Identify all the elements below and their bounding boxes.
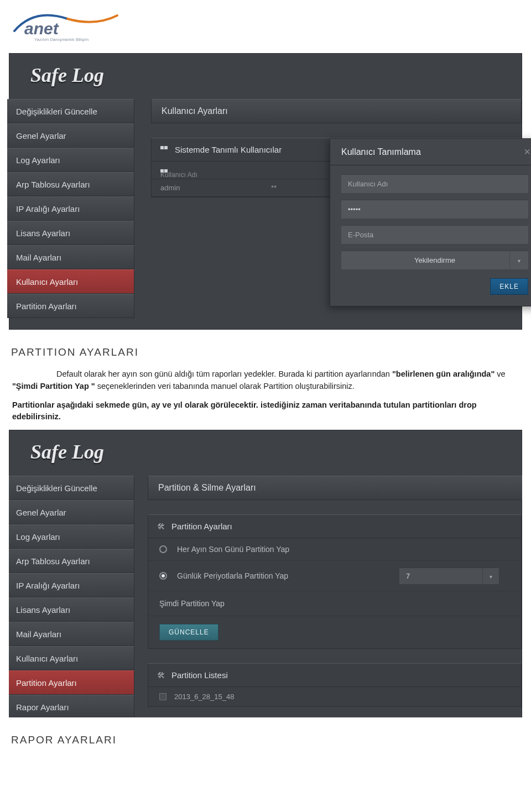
doc-paragraph: Default olarak her ayın son günü aldığı … [12,368,519,393]
app-title: Safe Log [30,441,104,463]
sidebar-item-users[interactable]: Kullanıcı Ayarları [9,646,134,670]
section-heading-partition: PARTITION AYARLARI [11,346,522,358]
radio-icon[interactable] [159,545,167,553]
app-screenshot-partition-settings: Safe Log Değişiklikleri Güncelle Genel A… [9,430,522,717]
brand-logo: anet Yazılım Danışmanlık Bilişim [9,7,522,53]
modal-title: Kullanıcı Tanımlama [341,147,421,157]
update-button[interactable]: GÜNCELLE [159,624,218,641]
sidebar-item-general[interactable]: Genel Ayarlar [7,123,134,148]
sidebar-item-sync[interactable]: Değişiklikleri Güncelle [9,476,134,500]
checkbox[interactable] [159,693,166,700]
sidebar-item-log[interactable]: Log Ayarları [7,148,134,172]
doc-paragraph: Partitionlar aşağıdaki sekmede gün, ay v… [12,399,519,424]
sidebar-item-arp[interactable]: Arp Tablosu Ayarları [7,172,134,196]
close-icon[interactable]: × [524,145,530,158]
sidebar-item-sync[interactable]: Değişiklikleri Güncelle [7,99,134,123]
sidebar: Değişiklikleri Güncelle Genel Ayarlar Lo… [9,476,134,717]
svg-text:Yazılım Danışmanlık Bilişim: Yazılım Danışmanlık Bilişim [34,37,88,42]
password-input[interactable] [341,200,528,218]
sidebar-item-log[interactable]: Log Ayarları [9,524,134,549]
sidebar-item-general[interactable]: Genel Ayarlar [9,500,134,524]
authorization-select[interactable]: Yekilendirme ▾ [341,251,528,269]
partition-settings-header: 🛠 Partition Ayarları [148,515,521,538]
radio-icon[interactable] [159,572,167,580]
wrench-icon: 🛠 [157,664,165,687]
col-user: Kullanıcı Adı [152,162,262,179]
add-button[interactable]: EKLE [490,278,528,295]
option-monthly[interactable]: Her Ayın Son Günü Partition Yap [148,538,521,561]
sidebar-item-ip-range[interactable]: IP Aralığı Ayarları [9,573,134,597]
user-create-modal: Kullanıcı Tanımlama × Yekilendirme ▾ [330,138,531,306]
app-screenshot-user-settings: Safe Log Değişiklikleri Güncelle Genel A… [9,53,522,330]
period-select[interactable]: 7 ▾ [399,568,499,584]
sidebar-item-report[interactable]: Rapor Ayarları [9,695,134,717]
sidebar-item-license[interactable]: Lisans Ayarları [9,597,134,622]
svg-text:anet: anet [24,19,60,38]
app-title: Safe Log [30,64,104,86]
sidebar-item-partition[interactable]: Partition Ayarları [9,670,134,695]
list-item[interactable]: 2013_6_28_15_48 [148,687,521,706]
partition-list-header: 🛠 Partition Listesi [148,664,521,687]
sidebar-item-partition[interactable]: Partition Ayarları [7,294,134,318]
option-now[interactable]: Şimdi Partition Yap [148,591,521,616]
email-input[interactable] [341,225,528,244]
chevron-down-icon: ▾ [509,251,528,270]
username-input[interactable] [341,174,528,193]
sidebar-item-mail[interactable]: Mail Ayarları [7,245,134,269]
sidebar-item-arp[interactable]: Arp Tablosu Ayarları [9,549,134,573]
sidebar-item-mail[interactable]: Mail Ayarları [9,622,134,646]
sidebar-item-ip-range[interactable]: IP Aralığı Ayarları [7,196,134,221]
section-heading-report: RAPOR AYARLARI [11,734,522,746]
option-daily[interactable]: Günlük Periyotlarla Partition Yap 7 ▾ [148,561,521,591]
section-header-partition: Partition & Silme Ayarları [148,476,522,500]
chevron-down-icon: ▾ [482,568,499,585]
sidebar: Değişiklikleri Güncelle Genel Ayarlar Lo… [7,99,134,318]
sidebar-item-license[interactable]: Lisans Ayarları [7,221,134,245]
grid-icon [160,146,168,154]
sidebar-item-users[interactable]: Kullanıcı Ayarları [7,269,134,294]
section-header-user-settings: Kullanıcı Ayarları [151,99,522,123]
wrench-icon: 🛠 [157,515,165,538]
